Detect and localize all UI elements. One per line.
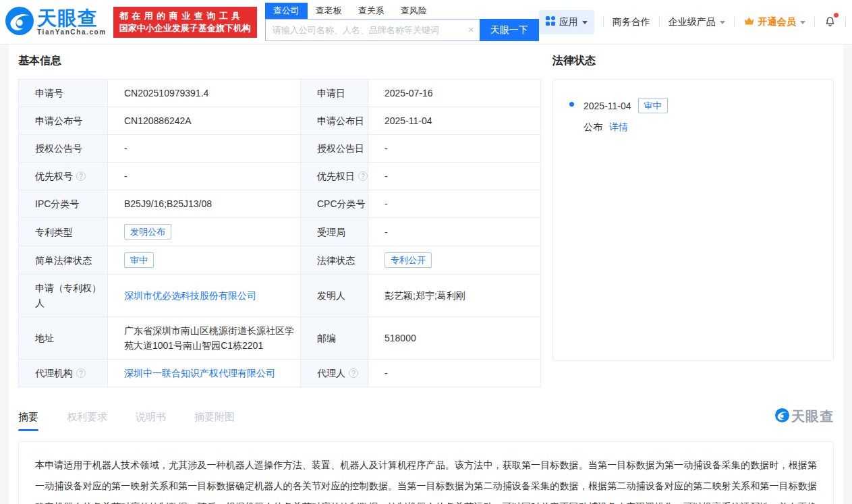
abstract-text: 本申请适用于机器人技术领域，尤其涉及一种机器人遥操作方法、装置、机器人及计算机程… — [35, 459, 817, 504]
field-value: 发明公布 — [108, 218, 301, 246]
banner-line1: 都在用的商业查询工具 — [119, 10, 251, 22]
field-label: 申请公布日 — [301, 107, 368, 135]
tab-摘要附图[interactable]: 摘要附图 — [194, 411, 235, 431]
value-text: - — [385, 143, 388, 154]
value-text: B25J9/16;B25J13/08 — [124, 198, 212, 209]
watermark-label: 天眼查 — [791, 408, 834, 426]
value-text: 2025-11-04 — [385, 115, 432, 126]
field-value: - — [368, 218, 541, 246]
value-text: - — [385, 227, 388, 237]
field-label: 代理机构? — [19, 360, 108, 387]
entity-link[interactable]: 深圳中一联合知识产权代理有限公司 — [124, 368, 275, 379]
search-input[interactable] — [265, 19, 480, 41]
field-value: - — [368, 135, 541, 163]
divider — [814, 17, 815, 27]
content-tabs: 摘要权利要求说明书摘要附图 天眼查 — [18, 408, 834, 431]
field-label: 地址 — [19, 317, 108, 360]
status-tag: 审中 — [638, 98, 668, 113]
promo-banner: 都在用的商业查询工具 国家中小企业发展子基金旗下机构 — [113, 7, 257, 38]
field-label: 邮编 — [301, 317, 368, 360]
tianyancha-logo[interactable]: 天眼查 TianYanCha.com — [5, 7, 107, 38]
field-label: 简单法律状态 — [19, 246, 108, 275]
help-icon[interactable]: ? — [76, 368, 86, 378]
notifications-bell[interactable] — [824, 15, 836, 30]
table-row: 地址广东省深圳市南山区桃源街道长源社区学苑大道1001号南山智园C1栋2201邮… — [19, 317, 541, 360]
apps-grid-icon — [546, 16, 555, 28]
table-row: 申请（专利权）人深圳市优必选科技股份有限公司发明人彭艺颖;郑宇;葛利刚 — [19, 275, 541, 317]
enterprise-label: 企业级产品 — [669, 16, 716, 28]
field-value: - — [108, 163, 301, 190]
entity-link[interactable]: 深圳市优必选科技股份有限公司 — [124, 290, 256, 301]
help-icon[interactable]: ? — [349, 368, 358, 378]
value-text: - — [124, 171, 127, 181]
field-value: 2025-11-04 — [368, 107, 541, 135]
business-cooperation-link[interactable]: 商务合作 — [613, 16, 650, 28]
tab-权利要求[interactable]: 权利要求 — [67, 411, 107, 431]
value-text: 广东省深圳市南山区桃源街道长源社区学苑大道1001号南山智园C1栋2201 — [124, 325, 294, 351]
legal-status-card: 2025-11-04 审中 公布 详情 — [552, 79, 834, 361]
table-row: 优先权号?-优先权日?- — [19, 163, 541, 190]
search-tab[interactable]: 查老板 — [308, 3, 350, 19]
legal-status-event: 公布 — [584, 121, 602, 132]
search-tab[interactable]: 查风险 — [393, 3, 435, 19]
value-text: - — [385, 368, 388, 379]
value-text: 2025-07-16 — [385, 88, 433, 99]
search-button[interactable]: 天眼一下 — [480, 19, 539, 41]
value-text: - — [385, 171, 388, 181]
business-label: 商务合作 — [613, 16, 650, 28]
field-label: 代理人? — [301, 360, 368, 387]
tianyancha-watermark: 天眼查 — [775, 408, 834, 431]
help-icon[interactable]: ? — [76, 171, 86, 181]
field-label: 受理局 — [301, 218, 368, 246]
tab-说明书[interactable]: 说明书 — [136, 411, 166, 431]
field-label: 专利类型 — [19, 218, 108, 246]
field-label: 授权公告日 — [301, 135, 368, 163]
value-text: CN202510979391.4 — [124, 88, 208, 99]
vip-label: 开通会员 — [758, 16, 796, 28]
apps-menu[interactable]: 应用 — [539, 10, 594, 34]
search-block: 查公司查老板查关系查风险 × 天眼一下 — [265, 3, 539, 41]
logo-title: 天眼查 — [37, 9, 107, 28]
table-row: IPC分类号B25J9/16;B25J13/08CPC分类号- — [19, 190, 541, 218]
table-row: 代理机构?深圳中一联合知识产权代理有限公司代理人?- — [19, 360, 541, 387]
field-value: 深圳中一联合知识产权代理有限公司 — [108, 360, 301, 387]
basic-info-table: 申请号CN202510979391.4申请日2025-07-16申请公布号CN1… — [18, 79, 541, 387]
value-text: - — [124, 143, 127, 154]
field-label: 授权公告号 — [19, 135, 108, 163]
value-text: - — [385, 198, 388, 209]
legal-status-title: 法律状态 — [552, 54, 834, 68]
field-value: 专利公开 — [368, 246, 541, 275]
field-label: 申请公布号 — [19, 107, 108, 135]
search-tab[interactable]: 查关系 — [350, 3, 393, 19]
search-tab[interactable]: 查公司 — [265, 3, 308, 19]
value-text: 518000 — [385, 333, 416, 343]
field-label: 法律状态 — [301, 246, 368, 275]
vip-upgrade-menu[interactable]: 开通会员 — [743, 16, 805, 28]
table-row: 简单法律状态审中法律状态专利公开 — [19, 246, 541, 275]
field-value: 518000 — [368, 317, 541, 360]
value-text: CN120886242A — [124, 115, 192, 126]
enterprise-products-menu[interactable]: 企业级产品 — [669, 16, 725, 28]
detail-link[interactable]: 详情 — [609, 121, 628, 132]
tab-摘要[interactable]: 摘要 — [18, 411, 38, 431]
basic-info-section: 基本信息 申请号CN202510979391.4申请日2025-07-16申请公… — [18, 54, 540, 387]
chevron-down-icon — [720, 21, 725, 27]
tianyancha-logo-icon — [5, 7, 34, 38]
page-content: 基本信息 申请号CN202510979391.4申请日2025-07-16申请公… — [9, 45, 843, 504]
field-value: 广东省深圳市南山区桃源街道长源社区学苑大道1001号南山智园C1栋2201 — [108, 317, 301, 360]
field-label: CPC分类号 — [301, 190, 368, 218]
table-row: 专利类型发明公布受理局- — [19, 218, 541, 246]
chevron-down-icon — [582, 21, 588, 27]
table-row: 申请公布号CN120886242A申请公布日2025-11-04 — [19, 107, 541, 135]
crown-icon — [743, 16, 758, 28]
clear-icon[interactable]: × — [468, 24, 474, 35]
field-label: 申请号 — [19, 80, 108, 107]
help-icon[interactable]: ? — [358, 171, 368, 181]
value-text: 彭艺颖;郑宇;葛利刚 — [385, 290, 465, 301]
status-tag: 专利公开 — [385, 252, 432, 268]
header-nav: 应用 商务合作 企业级产品 开通会员 超级风... — [539, 10, 852, 34]
field-label: 优先权号? — [19, 163, 108, 190]
field-label: 申请日 — [301, 80, 368, 107]
divider — [845, 17, 846, 27]
field-value: CN202510979391.4 — [108, 80, 301, 107]
